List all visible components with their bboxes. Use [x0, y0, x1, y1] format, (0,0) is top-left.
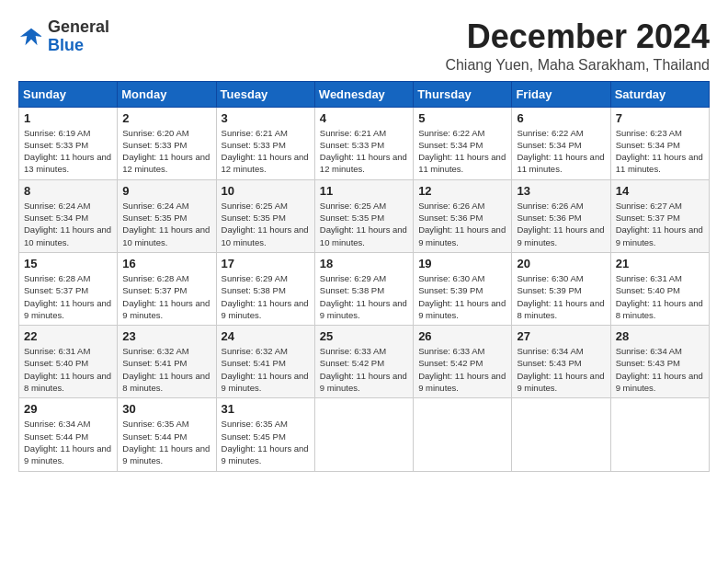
- logo-text: General Blue: [48, 18, 109, 55]
- day-cell-7: 7 Sunrise: 6:23 AMSunset: 5:34 PMDayligh…: [610, 107, 709, 179]
- logo-general: General: [48, 17, 109, 36]
- day-cell-30: 30 Sunrise: 6:35 AMSunset: 5:44 PMDaylig…: [118, 398, 216, 471]
- day-cell-22: 22 Sunrise: 6:31 AMSunset: 5:40 PMDaylig…: [19, 326, 118, 398]
- page-header: General Blue December 2024 Chiang Yuen, …: [18, 18, 710, 74]
- day-cell-13: 13 Sunrise: 6:26 AMSunset: 5:36 PMDaylig…: [512, 179, 610, 252]
- day-cell-18: 18 Sunrise: 6:29 AMSunset: 5:38 PMDaylig…: [314, 252, 413, 325]
- day-cell-5: 5 Sunrise: 6:22 AMSunset: 5:34 PMDayligh…: [414, 107, 512, 179]
- calendar-header-row: Sunday Monday Tuesday Wednesday Thursday…: [19, 81, 710, 107]
- svg-marker-0: [20, 28, 42, 45]
- col-sunday: Sunday: [19, 81, 118, 107]
- day-cell-2: 2 Sunrise: 6:20 AMSunset: 5:33 PMDayligh…: [118, 107, 216, 179]
- day-cell-19: 19 Sunrise: 6:30 AMSunset: 5:39 PMDaylig…: [414, 252, 512, 325]
- col-friday: Friday: [512, 81, 610, 107]
- day-cell-23: 23 Sunrise: 6:32 AMSunset: 5:41 PMDaylig…: [118, 326, 216, 398]
- empty-cell-4: [610, 398, 709, 471]
- calendar-row-week3: 15 Sunrise: 6:28 AMSunset: 5:37 PMDaylig…: [19, 252, 710, 325]
- day-cell-20: 20 Sunrise: 6:30 AMSunset: 5:39 PMDaylig…: [512, 252, 610, 325]
- empty-cell-3: [512, 398, 610, 471]
- calendar-table: Sunday Monday Tuesday Wednesday Thursday…: [18, 81, 710, 472]
- day-cell-1: 1 Sunrise: 6:19 AMSunset: 5:33 PMDayligh…: [19, 107, 118, 179]
- day-cell-9: 9 Sunrise: 6:24 AMSunset: 5:35 PMDayligh…: [118, 179, 216, 252]
- day-cell-8: 8 Sunrise: 6:24 AMSunset: 5:34 PMDayligh…: [19, 179, 118, 252]
- day-cell-6: 6 Sunrise: 6:22 AMSunset: 5:34 PMDayligh…: [512, 107, 610, 179]
- col-saturday: Saturday: [610, 81, 709, 107]
- title-block: December 2024 Chiang Yuen, Maha Sarakham…: [445, 18, 710, 74]
- day-cell-31: 31 Sunrise: 6:35 AMSunset: 5:45 PMDaylig…: [216, 398, 314, 471]
- day-cell-12: 12 Sunrise: 6:26 AMSunset: 5:36 PMDaylig…: [414, 179, 512, 252]
- col-wednesday: Wednesday: [314, 81, 413, 107]
- day-cell-15: 15 Sunrise: 6:28 AMSunset: 5:37 PMDaylig…: [19, 252, 118, 325]
- day-cell-24: 24 Sunrise: 6:32 AMSunset: 5:41 PMDaylig…: [216, 326, 314, 398]
- logo-bird-icon: [18, 24, 44, 50]
- day-cell-25: 25 Sunrise: 6:33 AMSunset: 5:42 PMDaylig…: [314, 326, 413, 398]
- day-cell-14: 14 Sunrise: 6:27 AMSunset: 5:37 PMDaylig…: [610, 179, 709, 252]
- day-cell-17: 17 Sunrise: 6:29 AMSunset: 5:38 PMDaylig…: [216, 252, 314, 325]
- empty-cell-1: [314, 398, 413, 471]
- col-thursday: Thursday: [414, 81, 512, 107]
- day-cell-27: 27 Sunrise: 6:34 AMSunset: 5:43 PMDaylig…: [512, 326, 610, 398]
- month-title: December 2024: [445, 18, 710, 55]
- location-title: Chiang Yuen, Maha Sarakham, Thailand: [445, 57, 710, 74]
- day-cell-10: 10 Sunrise: 6:25 AMSunset: 5:35 PMDaylig…: [216, 179, 314, 252]
- day-cell-3: 3 Sunrise: 6:21 AMSunset: 5:33 PMDayligh…: [216, 107, 314, 179]
- day-cell-11: 11 Sunrise: 6:25 AMSunset: 5:35 PMDaylig…: [314, 179, 413, 252]
- day-cell-21: 21 Sunrise: 6:31 AMSunset: 5:40 PMDaylig…: [610, 252, 709, 325]
- calendar-row-week5: 29 Sunrise: 6:34 AMSunset: 5:44 PMDaylig…: [19, 398, 710, 471]
- logo: General Blue: [18, 18, 109, 55]
- calendar-row-week2: 8 Sunrise: 6:24 AMSunset: 5:34 PMDayligh…: [19, 179, 710, 252]
- col-tuesday: Tuesday: [216, 81, 314, 107]
- day-cell-28: 28 Sunrise: 6:34 AMSunset: 5:43 PMDaylig…: [610, 326, 709, 398]
- day-cell-4: 4 Sunrise: 6:21 AMSunset: 5:33 PMDayligh…: [314, 107, 413, 179]
- logo-blue: Blue: [48, 36, 84, 54]
- day-cell-29: 29 Sunrise: 6:34 AMSunset: 5:44 PMDaylig…: [19, 398, 118, 471]
- col-monday: Monday: [118, 81, 216, 107]
- day-cell-26: 26 Sunrise: 6:33 AMSunset: 5:42 PMDaylig…: [414, 326, 512, 398]
- empty-cell-2: [414, 398, 512, 471]
- calendar-row-week4: 22 Sunrise: 6:31 AMSunset: 5:40 PMDaylig…: [19, 326, 710, 398]
- day-cell-16: 16 Sunrise: 6:28 AMSunset: 5:37 PMDaylig…: [118, 252, 216, 325]
- calendar-row-week1: 1 Sunrise: 6:19 AMSunset: 5:33 PMDayligh…: [19, 107, 710, 179]
